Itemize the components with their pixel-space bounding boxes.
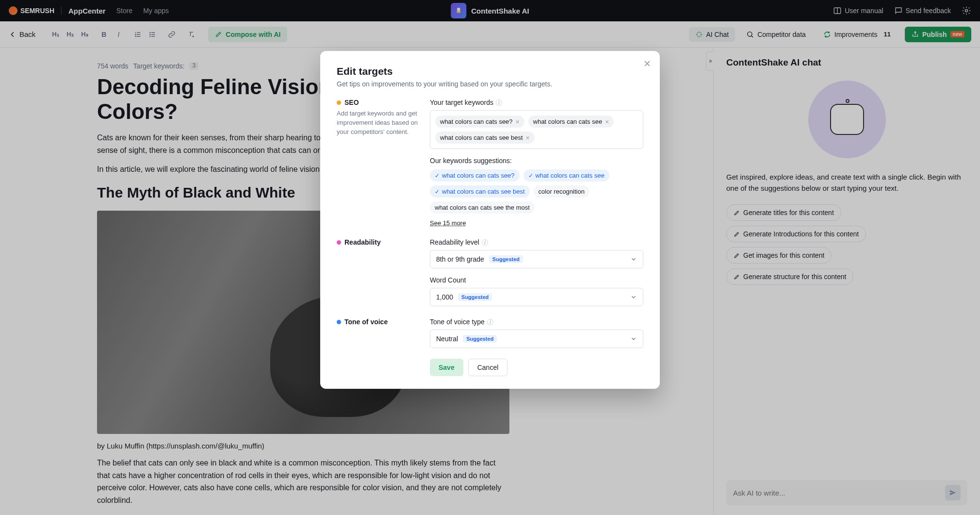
cancel-button[interactable]: Cancel	[468, 359, 508, 376]
tone-value: Neutral	[436, 335, 458, 343]
keyword-suggestions-label: Our keywords suggestions:	[430, 157, 643, 165]
suggestion-chip[interactable]: ✓what colors can cats see best	[430, 185, 530, 198]
seo-section-desc: Add target keywords and get improvement …	[337, 109, 421, 137]
suggested-badge: Suggested	[489, 255, 523, 263]
dot-orange-icon	[337, 100, 341, 105]
tone-type-label: Tone of voice typei	[430, 318, 643, 326]
modal-title: Edit targets	[337, 66, 643, 77]
dot-blue-icon	[337, 320, 341, 324]
info-icon[interactable]: i	[487, 319, 493, 325]
tone-section-title: Tone of voice	[337, 318, 421, 326]
keyword-chip: what colors can cats see?×	[435, 116, 524, 128]
chevron-down-icon	[630, 335, 637, 342]
check-icon: ✓	[528, 172, 533, 179]
dot-pink-icon	[337, 240, 341, 245]
keyword-chip: what colors can cats see best×	[435, 132, 535, 144]
readability-section-title: Readability	[337, 238, 421, 246]
readability-level-label: Readability leveli	[430, 238, 643, 246]
chevron-down-icon	[630, 256, 637, 263]
tone-type-select[interactable]: NeutralSuggested	[430, 330, 643, 348]
save-button[interactable]: Save	[430, 359, 463, 376]
info-icon[interactable]: i	[496, 100, 502, 106]
readability-value: 8th or 9th grade	[436, 255, 484, 263]
readability-level-select[interactable]: 8th or 9th gradeSuggested	[430, 250, 643, 268]
word-count-label: Word Count	[430, 276, 643, 284]
see-more-link[interactable]: See 15 more	[430, 219, 466, 227]
keyword-chip: what colors can cats see×	[528, 116, 614, 128]
word-count-select[interactable]: 1,000Suggested	[430, 288, 643, 306]
suggestion-chip[interactable]: color recognition	[534, 185, 589, 198]
word-count-value: 1,000	[436, 293, 453, 301]
close-icon	[642, 59, 652, 68]
target-keywords-label: Your target keywordsi	[430, 99, 643, 106]
info-icon[interactable]: i	[482, 239, 488, 246]
suggestion-chip[interactable]: ✓what colors can cats see?	[430, 169, 520, 182]
check-icon: ✓	[435, 172, 440, 179]
suggestion-chip[interactable]: what colors can cats see the most	[430, 201, 535, 214]
seo-section-title: SEO	[337, 99, 421, 106]
remove-keyword-button[interactable]: ×	[526, 134, 530, 141]
remove-keyword-button[interactable]: ×	[516, 118, 520, 125]
suggested-badge: Suggested	[463, 335, 497, 343]
modal-subtitle: Get tips on improvements to your writing…	[337, 80, 643, 88]
close-button[interactable]	[642, 59, 652, 68]
remove-keyword-button[interactable]: ×	[605, 118, 609, 125]
suggested-badge: Suggested	[458, 293, 492, 301]
check-icon: ✓	[435, 188, 440, 195]
target-keywords-input[interactable]: what colors can cats see?× what colors c…	[430, 110, 643, 149]
modal-overlay[interactable]: Edit targets Get tips on improvements to…	[0, 0, 980, 515]
chevron-down-icon	[630, 294, 637, 300]
suggestion-chip[interactable]: ✓what colors can cats see	[523, 169, 609, 182]
edit-targets-modal: Edit targets Get tips on improvements to…	[320, 51, 660, 389]
